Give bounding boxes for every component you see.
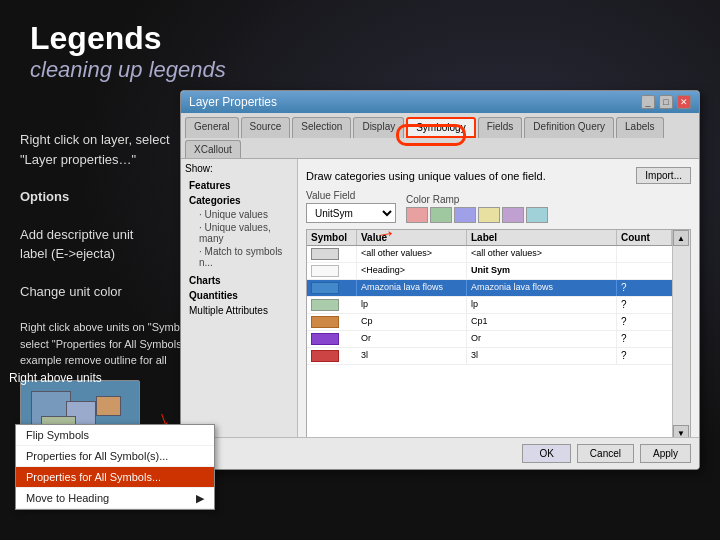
ok-button[interactable]: OK xyxy=(522,444,570,463)
tab-selection[interactable]: Selection xyxy=(292,117,351,138)
table-row-cp[interactable]: Cp Cp1 ? xyxy=(307,314,690,331)
swatch-5 xyxy=(502,207,524,223)
row-all-other-symbol xyxy=(307,246,357,262)
layer-properties-dialog: Layer Properties _ □ ✕ General Source Se… xyxy=(180,90,700,470)
page-subtitle: cleaning up legends xyxy=(30,57,226,83)
tab-general[interactable]: General xyxy=(185,117,239,138)
scroll-up-button[interactable]: ▲ xyxy=(673,230,689,246)
row-amazonia-symbol xyxy=(307,280,357,296)
context-item-props-all[interactable]: Properties for All Symbols... xyxy=(16,467,214,488)
value-field-label: Value Field xyxy=(306,190,396,201)
tab-display[interactable]: Display xyxy=(353,117,404,138)
row-lp-label: lp xyxy=(467,297,617,313)
dialog-action-buttons: OK Cancel Apply xyxy=(181,437,699,469)
table-row-or[interactable]: Or Or ? xyxy=(307,331,690,348)
table-row-3l[interactable]: 3l 3l ? xyxy=(307,348,690,365)
row-heading-count xyxy=(617,263,672,279)
page-title: Legends xyxy=(30,20,226,57)
draw-row: Draw categories using unique values of o… xyxy=(306,167,691,184)
cat-categories[interactable]: Categories xyxy=(185,193,293,208)
title-area: Legends cleaning up legends xyxy=(30,20,226,83)
dialog-tabs: General Source Selection Display Symbolo… xyxy=(181,113,699,159)
table-scrollbar[interactable]: ▲ ▼ xyxy=(672,230,690,441)
cancel-button[interactable]: Cancel xyxy=(577,444,634,463)
dialog-title-buttons: _ □ ✕ xyxy=(641,95,691,109)
row-3l-value: 3l xyxy=(357,348,467,364)
row-all-other-count xyxy=(617,246,672,262)
tab-labels[interactable]: Labels xyxy=(616,117,663,138)
row-amazonia-label: Amazonia lava flows xyxy=(467,280,617,296)
row-amazonia-count: ? xyxy=(617,280,672,296)
context-item-move[interactable]: Move to Heading xyxy=(16,488,214,509)
cat-match-symbols[interactable]: · Match to symbols n... xyxy=(185,245,293,269)
draw-label: Draw categories using unique values of o… xyxy=(306,170,546,182)
cat-unique-values-many[interactable]: · Unique values, many xyxy=(185,221,293,245)
swatch-3 xyxy=(454,207,476,223)
swatch-4 xyxy=(478,207,500,223)
row-all-other-value: <all other values> xyxy=(357,246,467,262)
apply-button[interactable]: Apply xyxy=(640,444,691,463)
table-row-all-other[interactable]: <all other values> <all other values> xyxy=(307,246,690,263)
cat-unique-values[interactable]: · Unique values xyxy=(185,208,293,221)
row-heading-symbol xyxy=(307,263,357,279)
cat-features[interactable]: Features xyxy=(185,178,293,193)
field-row: Value Field UnitSym Color Ramp xyxy=(306,190,691,223)
header-symbol: Symbol xyxy=(307,230,357,245)
context-item-props1[interactable]: Properties for All Symbol(s)... xyxy=(16,446,214,467)
row-lp-symbol xyxy=(307,297,357,313)
close-button[interactable]: ✕ xyxy=(677,95,691,109)
tab-xcallout[interactable]: XCallout xyxy=(185,140,241,158)
swatch-2 xyxy=(430,207,452,223)
table-row-lp[interactable]: lp lp ? xyxy=(307,297,690,314)
row-cp-value: Cp xyxy=(357,314,467,330)
value-field-select[interactable]: UnitSym xyxy=(306,203,396,223)
swatch-1 xyxy=(406,207,428,223)
right-above-units-label: Right above units xyxy=(9,371,102,385)
table-row-amazonia[interactable]: Amazonia lava flows Amazonia lava flows … xyxy=(307,280,690,297)
import-button[interactable]: Import... xyxy=(636,167,691,184)
dialog-title: Layer Properties xyxy=(189,95,277,109)
value-field-group: Value Field UnitSym xyxy=(306,190,396,223)
maximize-button[interactable]: □ xyxy=(659,95,673,109)
row-cp-symbol xyxy=(307,314,357,330)
show-label: Show: xyxy=(185,163,293,174)
row-amazonia-value: Amazonia lava flows xyxy=(357,280,467,296)
row-all-other-label: <all other values> xyxy=(467,246,617,262)
row-or-value: Or xyxy=(357,331,467,347)
dialog-content: Show: Features Categories · Unique value… xyxy=(181,159,699,470)
dialog-titlebar: Layer Properties _ □ ✕ xyxy=(181,91,699,113)
map-shape-4 xyxy=(96,396,121,416)
header-value: Value xyxy=(357,230,467,245)
context-menu[interactable]: Flip Symbols Properties for All Symbol(s… xyxy=(15,424,215,510)
minimize-button[interactable]: _ xyxy=(641,95,655,109)
context-item-flip[interactable]: Flip Symbols xyxy=(16,425,214,446)
color-ramp-label: Color Ramp xyxy=(406,194,691,205)
row-3l-count: ? xyxy=(617,348,672,364)
row-cp-count: ? xyxy=(617,314,672,330)
swatch-6 xyxy=(526,207,548,223)
cat-charts[interactable]: Charts xyxy=(185,273,293,288)
tab-source[interactable]: Source xyxy=(241,117,291,138)
dialog-right-content: Draw categories using unique values of o… xyxy=(298,159,699,470)
row-or-symbol xyxy=(307,331,357,347)
tab-fields[interactable]: Fields xyxy=(478,117,523,138)
tab-definition-query[interactable]: Definition Query xyxy=(524,117,614,138)
color-swatches xyxy=(406,207,691,223)
row-lp-value: lp xyxy=(357,297,467,313)
row-heading-label: Unit Sym xyxy=(467,263,617,279)
cat-multiple-attributes[interactable]: Multiple Attributes xyxy=(185,303,293,318)
header-count: Count xyxy=(617,230,672,245)
cat-quantities[interactable]: Quantities xyxy=(185,288,293,303)
table-row-heading[interactable]: <Heading> Unit Sym xyxy=(307,263,690,280)
row-3l-label: 3l xyxy=(467,348,617,364)
header-label: Label xyxy=(467,230,617,245)
row-lp-count: ? xyxy=(617,297,672,313)
row-or-label: Or xyxy=(467,331,617,347)
row-3l-symbol xyxy=(307,348,357,364)
row-cp-label: Cp1 xyxy=(467,314,617,330)
color-ramp-group: Color Ramp xyxy=(406,194,691,223)
tab-symbology[interactable]: Symbology xyxy=(406,117,475,138)
row-heading-value: <Heading> xyxy=(357,263,467,279)
row-or-count: ? xyxy=(617,331,672,347)
symbology-table: Symbol Value Label Count <all other valu… xyxy=(306,229,691,442)
